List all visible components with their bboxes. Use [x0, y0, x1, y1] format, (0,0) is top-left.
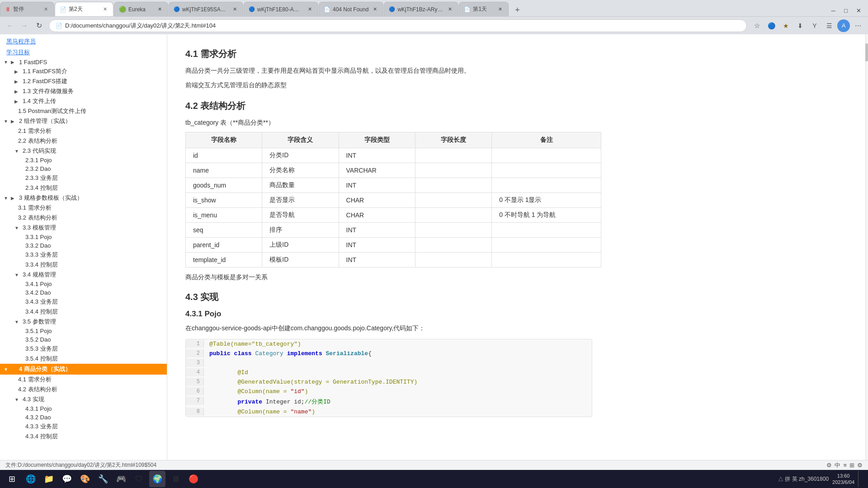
bottom-icon-2[interactable]: 中 [835, 461, 840, 469]
line-content [204, 359, 218, 367]
taskbar-icon-files[interactable]: 📁 [41, 471, 57, 487]
show-desktop-button[interactable] [858, 471, 862, 487]
maximize-button[interactable]: □ [840, 5, 852, 16]
sidebar-item-2-3[interactable]: ▼ 2.3 代码实现 [0, 146, 167, 156]
bottom-icon-3[interactable]: ≡ [843, 462, 847, 469]
profile-icon[interactable]: A [837, 19, 850, 32]
tab-3[interactable]: 🟢 Eureka ✕ [114, 2, 168, 16]
sidebar-item-3-5-2[interactable]: 3.5.2 Dao [0, 335, 167, 344]
sidebar-item-3-2[interactable]: 3.2 表结构分析 [0, 213, 167, 223]
tab-8-close[interactable]: ✕ [496, 6, 504, 13]
sidebar-item-3-3[interactable]: ▼ 3.3 模板管理 [0, 223, 167, 233]
sidebar-item-2[interactable]: ▼ ▶ 2 组件管理（实战） [0, 116, 167, 126]
sidebar-item-1-1[interactable]: ▶ 1.1 FastDFS简介 [0, 66, 167, 76]
taskbar-icon-search[interactable]: 🌐 [23, 471, 39, 487]
toolbar-icon-5[interactable]: ☰ [823, 19, 835, 32]
cell: is_menu [186, 207, 262, 222]
sidebar-item-3-4-4[interactable]: 3.4.4 控制层 [0, 307, 167, 317]
tab-3-close[interactable]: ✕ [156, 6, 163, 13]
tab-1[interactable]: ⏸ 暂停 ✕ [0, 2, 54, 16]
toolbar-icon-1[interactable]: 🔵 [765, 19, 778, 32]
tab-4-close[interactable]: ✕ [231, 6, 238, 13]
sidebar-top-link-1[interactable]: 黑马程序员 [0, 36, 167, 47]
sidebar-item-1-5[interactable]: 1.5 Postman测试文件上传 [0, 106, 167, 116]
taskbar-icon-browser[interactable]: 🌍 [149, 471, 165, 487]
sidebar-item-3-1[interactable]: 3.1 需求分析 [0, 203, 167, 213]
cell: CHAR [339, 207, 415, 222]
sidebar-item-3[interactable]: ▼ ▶ 3 规格参数模板（实战） [0, 193, 167, 203]
taskbar-icon-chat[interactable]: 💬 [59, 471, 75, 487]
taskbar-icon-game[interactable]: 🎮 [113, 471, 129, 487]
sidebar-item-4-3-4[interactable]: 4.3.4 控制层 [0, 432, 167, 441]
taskbar-icon-terminal[interactable]: 🖥 [167, 471, 184, 487]
sidebar-item-4-2[interactable]: 4.2 表结构分析 [0, 385, 167, 394]
taskbar-icon-tools[interactable]: 🔧 [95, 471, 111, 487]
tab-5[interactable]: 🔵 wKjThF1E80-AG268AAn... ✕ [244, 2, 318, 16]
sidebar-item-1-2[interactable]: ▶ 1.2 FastDFS搭建 [0, 76, 167, 86]
start-button[interactable]: ⊞ [2, 470, 22, 488]
tab-8[interactable]: 📄 第1天 ✕ [459, 2, 509, 16]
taskbar-notification-icons[interactable]: △ 拼 英 zh_3601800 [778, 475, 829, 483]
sidebar-item-3-4-3[interactable]: 3.4.3 业务层 [0, 297, 167, 307]
bottom-icon-5[interactable]: ⚙ [857, 462, 863, 469]
tab-6-close[interactable]: ✕ [371, 6, 378, 13]
sidebar-item-4-3[interactable]: ▼ 4.3 实现 [0, 394, 167, 404]
close-button[interactable]: ✕ [853, 5, 864, 16]
sidebar-item-2-3-4[interactable]: 2.3.4 控制层 [0, 183, 167, 193]
tab-bar: ⏸ 暂停 ✕ 📄 第2天 ✕ 🟢 Eureka ✕ 🔵 wKjThF1E95SA… [0, 0, 868, 16]
sidebar-item-2-2[interactable]: 2.2 表结构分析 [0, 136, 167, 146]
sidebar-item-4-3-3[interactable]: 4.3.3 业务层 [0, 422, 167, 432]
bottom-icon-4[interactable]: ⊞ [849, 462, 854, 469]
taskbar-icon-red[interactable]: 🔴 [185, 471, 202, 487]
sidebar-item-3-3-1[interactable]: 3.3.1 Pojo [0, 233, 167, 241]
new-tab-button[interactable]: + [511, 4, 524, 16]
sidebar-item-4[interactable]: ▼ 4 商品分类（实战） [0, 364, 167, 375]
section-42-title: 4.2 表结构分析 [185, 100, 847, 112]
bookmark-icon[interactable]: ☆ [750, 19, 763, 32]
sidebar-item-3-5-4[interactable]: 3.5.4 控制层 [0, 354, 167, 364]
toggle-icon: ▼ [4, 196, 11, 201]
sidebar-item-4-3-2[interactable]: 4.3.2 Dao [0, 413, 167, 422]
sidebar-item-4-3-1[interactable]: 4.3.1 Pojo [0, 404, 167, 413]
bottom-icon-1[interactable]: ⚙ [826, 462, 832, 469]
tab-5-close[interactable]: ✕ [306, 6, 313, 13]
tab-4[interactable]: 🔵 wKjThF1E95SAZkDVAAn... ✕ [169, 2, 243, 16]
forward-button[interactable]: → [18, 19, 31, 32]
extensions-icon[interactable]: ⋯ [852, 19, 864, 32]
minimize-button[interactable]: ─ [827, 5, 839, 16]
tab-7[interactable]: 🔵 wKjThF1Bz-ARyy5AAo... ✕ [384, 2, 458, 16]
address-bar[interactable]: 📄 D:/documents/changgou/讲义/day02/讲义/第2天.… [49, 19, 747, 32]
sidebar-item-2-3-3[interactable]: 2.3.3 业务层 [0, 173, 167, 183]
sidebar-item-3-4-1[interactable]: 3.4.1 Pojo [0, 280, 167, 288]
sidebar-item-2-3-1[interactable]: 2.3.1 Pojo [0, 156, 167, 164]
sidebar-item-1-4[interactable]: ▶ 1.4 文件上传 [0, 96, 167, 106]
sidebar-item-3-3-4[interactable]: 3.3.4 控制层 [0, 260, 167, 270]
sidebar-item-3-3-3[interactable]: 3.3.3 业务层 [0, 250, 167, 260]
toolbar-icon-4[interactable]: Y [808, 19, 821, 32]
back-button[interactable]: ← [4, 19, 16, 32]
tab-1-close[interactable]: ✕ [42, 6, 49, 13]
tab-2-close[interactable]: ✕ [101, 6, 108, 13]
tab-6[interactable]: 📄 404 Not Found ✕ [319, 2, 383, 16]
sidebar-item-2-1[interactable]: 2.1 需求分析 [0, 126, 167, 136]
sidebar-item-3-5-3[interactable]: 3.5.3 业务层 [0, 344, 167, 354]
sidebar-item-1-fastdfs[interactable]: ▼ ▶ 1 FastDFS [0, 58, 167, 66]
sidebar-top-link-2[interactable]: 学习目标 [0, 47, 167, 58]
tab-1-icon: ⏸ [5, 6, 11, 13]
toolbar-icon-3[interactable]: ⬇ [794, 19, 807, 32]
sidebar-item-3-5-1[interactable]: 3.5.1 Pojo [0, 327, 167, 335]
toolbar-icon-2[interactable]: ★ [779, 19, 792, 32]
sidebar-item-3-3-2[interactable]: 3.3.2 Dao [0, 241, 167, 250]
sidebar-item-1-3[interactable]: ▶ 1.3 文件存储微服务 [0, 86, 167, 96]
sidebar-item-3-4[interactable]: ▼ 3.4 规格管理 [0, 270, 167, 280]
sidebar-item-2-3-2[interactable]: 2.3.2 Dao [0, 164, 167, 173]
tab-7-close[interactable]: ✕ [446, 6, 453, 13]
code-line-1: 1 @Table(name="tb_category") [186, 339, 592, 349]
tab-2[interactable]: 📄 第2天 ✕ [55, 2, 113, 16]
taskbar-icon-paint[interactable]: 🎨 [77, 471, 93, 487]
sidebar-item-4-1[interactable]: 4.1 需求分析 [0, 375, 167, 385]
sidebar-item-3-5[interactable]: ▼ 3.5 参数管理 [0, 317, 167, 327]
reload-button[interactable]: ↻ [33, 19, 45, 32]
sidebar-item-3-4-2[interactable]: 3.4.2 Dao [0, 288, 167, 297]
taskbar-icon-security[interactable]: 🛡 [131, 471, 147, 487]
